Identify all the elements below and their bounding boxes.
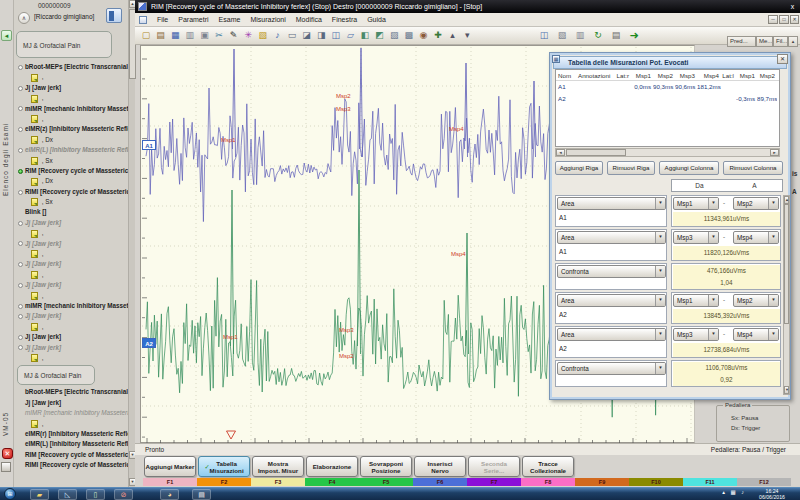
device-tab[interactable]: VM-05 xyxy=(2,386,9,436)
measure-type-select[interactable]: Confronta▼ xyxy=(557,362,666,375)
printer-task-icon[interactable]: ▤ xyxy=(192,489,211,500)
exam-trace-item[interactable]: , xyxy=(17,114,128,124)
exam-trace-item[interactable]: , xyxy=(17,291,128,301)
exam-trace-item[interactable]: , Dx xyxy=(17,135,128,145)
print-small-icon[interactable]: ▤ xyxy=(609,29,623,43)
window-view-icon[interactable]: ◫ xyxy=(537,29,551,43)
range-to-select[interactable]: Msp2▼ xyxy=(733,197,779,210)
exit-icon[interactable]: ➜ xyxy=(627,29,641,43)
fn-button-f8[interactable]: Tracce Collezionale xyxy=(522,456,574,477)
exam-item[interactable]: Jj [Jaw jerk] xyxy=(17,280,128,290)
fn-strip-f3[interactable]: F3 xyxy=(251,478,305,486)
menu-guida[interactable]: Guida xyxy=(362,13,391,27)
exam-item[interactable]: bRoot-MEPs [Electric Transcranial Stim xyxy=(17,62,128,72)
fn-strip-f10[interactable]: F10 xyxy=(629,478,683,486)
exam-item[interactable]: eIMR(L) [Inhibitory Masseteric Reflex] xyxy=(17,439,128,449)
exam-item[interactable]: RIMI [Recovery cycle of Masseteric Inhi xyxy=(17,187,128,197)
monitor-icon[interactable]: ▭ xyxy=(285,29,299,43)
fn-strip-f9[interactable]: F9 xyxy=(575,478,629,486)
range-to-select[interactable]: Msp2▼ xyxy=(733,294,779,307)
aggiungi-colonna-button[interactable]: Aggiungi Colonna xyxy=(659,161,719,175)
range-from-select[interactable]: Msp1▼ xyxy=(673,294,719,307)
range-from-select[interactable]: Msp1▼ xyxy=(673,197,719,210)
hscroll-thumb[interactable] xyxy=(566,149,626,156)
table-row[interactable]: A10,0ms90,3ms90,6ms181,2ms xyxy=(556,81,779,93)
app-emg-icon[interactable]: ◺ xyxy=(58,489,77,500)
notes-icon[interactable]: ▣ xyxy=(197,29,211,43)
fn-strip-f2[interactable]: F2 xyxy=(197,478,251,486)
exam-item[interactable]: eIMR(L) [Inhibitory Masseteric Reflex] xyxy=(17,145,128,155)
fn-button-f5[interactable]: Sovrapponi Posizione xyxy=(360,456,412,477)
hidden-app-icon[interactable] xyxy=(1,462,11,472)
column-header[interactable]: Msp2 xyxy=(757,70,777,80)
exam-item[interactable]: mIMR [mechanic Inhibitory Masseteric xyxy=(17,104,128,114)
edit-page-icon[interactable]: ◪ xyxy=(300,29,314,43)
copy-window-icon[interactable]: ▨ xyxy=(387,29,401,43)
exam-item[interactable]: Jj [Jaw jerk] xyxy=(17,343,128,353)
exam-trace-item[interactable]: , xyxy=(17,419,128,429)
table-row[interactable]: A2-0,3ms89,7ms xyxy=(556,93,779,105)
exam-item[interactable]: mIMR [mechanic Inhibitory Masseteric Re xyxy=(17,408,128,418)
column-header[interactable]: Msp1 xyxy=(631,70,653,80)
restore-button[interactable]: □ xyxy=(779,15,789,24)
scroll-up-icon[interactable]: ▴ xyxy=(446,29,460,43)
column-header[interactable]: Msp4 xyxy=(697,70,721,80)
new-icon[interactable]: ▢ xyxy=(139,29,153,43)
start-button[interactable]: ⊞ xyxy=(4,488,16,500)
measure-type-select[interactable]: Area▼ xyxy=(557,328,666,341)
column-fil-header[interactable]: Fil... xyxy=(773,36,788,47)
fn-strip-f8[interactable]: F8 xyxy=(521,478,575,486)
preview-icon[interactable]: ◨ xyxy=(314,29,328,43)
scroll-down-icon[interactable]: ▾ xyxy=(460,29,474,43)
explorer-icon[interactable]: ▰ xyxy=(30,489,49,500)
exam-item[interactable]: mIMR [mechanic Inhibitory Masseteric Ref xyxy=(17,301,128,311)
minimize-button[interactable]: ─ xyxy=(768,15,778,24)
measurements-table[interactable]: NomAnnotazioniLat:rMsp1Msp2Msp3Msp4Lat:l… xyxy=(555,69,780,147)
range-from-select[interactable]: Msp3▼ xyxy=(673,231,719,244)
exam-item[interactable]: Jj [Jaw jerk] xyxy=(17,239,128,249)
fn-strip-f5[interactable]: F5 xyxy=(359,478,413,486)
pages-icon[interactable]: ▥ xyxy=(573,29,587,43)
exam-item[interactable]: RIMI [Recovery cycle of Masseteric Inhib… xyxy=(17,460,128,470)
fn-button-f7[interactable]: Seconda Serie... xyxy=(468,456,520,477)
exam-trace-item[interactable]: , xyxy=(17,270,128,280)
add-icon[interactable]: ✚ xyxy=(431,29,445,43)
sound-icon[interactable]: ♪ xyxy=(270,29,284,43)
measure-type-select[interactable]: Confronta▼ xyxy=(557,265,666,278)
table-hscrollbar[interactable]: ◄ ► xyxy=(555,148,780,157)
measure-type-select[interactable]: Area▼ xyxy=(557,294,666,307)
marker-icon[interactable]: ✳ xyxy=(241,29,255,43)
exam-item[interactable]: eIMR(z) [Inhibitory Masseteric Reflex] xyxy=(17,124,128,134)
picture-export-icon[interactable]: ▧ xyxy=(555,29,569,43)
rimuovi-riga-button[interactable]: Rimuovi Riga xyxy=(607,161,655,175)
column-header[interactable]: Nom xyxy=(556,70,576,80)
system-tray[interactable]: ▴ ▦ ♪ xyxy=(722,489,746,495)
exam-trace-item[interactable]: , Sx xyxy=(17,156,128,166)
collapse-patient-button[interactable]: ∧ xyxy=(18,12,30,24)
column-header[interactable]: Msp1 xyxy=(736,70,757,80)
scroll-left-icon[interactable]: ◄ xyxy=(556,149,565,156)
window-split-icon[interactable]: ◫ xyxy=(329,29,343,43)
fn-strip-f4[interactable]: F4 xyxy=(305,478,359,486)
fn-button-f4[interactable]: Elaborazione xyxy=(306,456,358,477)
menu-parametri[interactable]: Parametri xyxy=(173,13,213,27)
image-icon[interactable]: ▧ xyxy=(256,29,270,43)
column-header[interactable]: Msp3 xyxy=(675,70,697,80)
grid-small-icon[interactable]: ▩ xyxy=(402,29,416,43)
exam-item[interactable]: Jj [Jaw jerk] xyxy=(17,332,128,342)
device-icon[interactable]: ▯ xyxy=(86,489,105,500)
patient-card-icon[interactable] xyxy=(106,8,122,23)
dialog-close-icon[interactable]: ✕ xyxy=(777,54,788,64)
range-from-select[interactable]: Msp3▼ xyxy=(673,328,719,341)
column-header[interactable]: Lat:l xyxy=(721,70,736,80)
exam-trace-item[interactable]: , xyxy=(17,93,128,103)
exam-list-tab[interactable]: Elenco degli Esami xyxy=(2,46,9,196)
exam-item[interactable]: Jj [Jaw jerk] xyxy=(17,398,128,408)
print-icon[interactable]: ▤ xyxy=(154,29,168,43)
dialog-vscrollbar[interactable]: ▲ ▼ xyxy=(783,195,790,395)
fn-strip-f7[interactable]: F7 xyxy=(467,478,521,486)
range-to-select[interactable]: Msp4▼ xyxy=(733,231,779,244)
close-panel-icon[interactable]: ✕ xyxy=(2,448,13,459)
measure-type-select[interactable]: Area▼ xyxy=(557,197,666,210)
menu-modifica[interactable]: Modifica xyxy=(291,13,327,27)
